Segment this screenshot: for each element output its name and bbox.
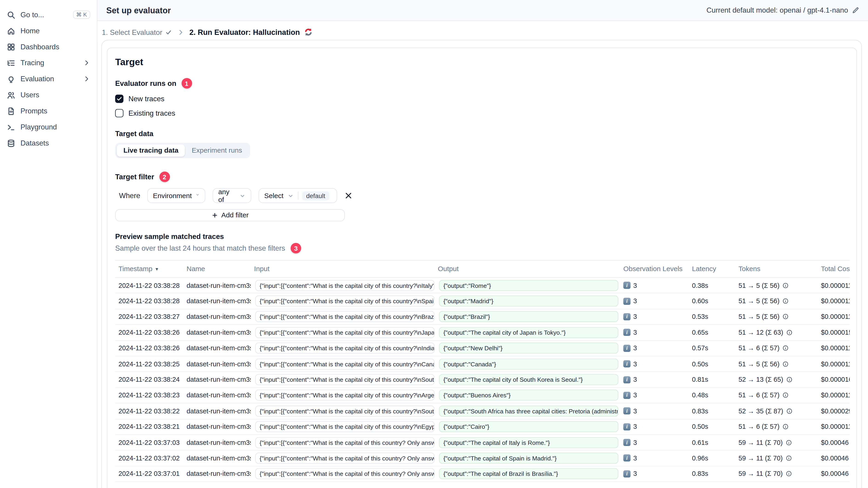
input-preview-cell[interactable]: {"input":[{"content":"What is the capita… — [255, 374, 434, 385]
checkbox-new-traces[interactable]: New traces — [115, 95, 848, 103]
info-circle-icon[interactable] — [786, 329, 793, 336]
info-circle-icon[interactable] — [782, 282, 789, 289]
column-total-cost[interactable]: Total Cost — [818, 265, 850, 273]
input-preview-cell[interactable]: {"input":[{"content":"What is the capita… — [255, 280, 434, 291]
sidebar-item-playground[interactable]: Playground — [0, 119, 97, 135]
row-latency: 0.61s — [689, 438, 735, 447]
input-preview-cell[interactable]: {"input":[{"content":"What is the capita… — [255, 358, 434, 369]
filter-value-select[interactable]: Select default — [259, 188, 337, 203]
remove-filter-button[interactable] — [344, 191, 353, 200]
output-preview-cell[interactable]: {"output":"Brazil"} — [439, 311, 618, 322]
info-emoji-icon: i — [623, 392, 630, 399]
checkbox-checked-icon[interactable] — [115, 95, 123, 103]
tab-experiment-runs[interactable]: Experiment runs — [185, 144, 249, 157]
add-filter-button[interactable]: Add filter — [115, 209, 345, 221]
column-tokens[interactable]: Tokens — [735, 265, 817, 273]
info-circle-icon[interactable] — [785, 470, 792, 477]
row-latency: 0.83s — [689, 407, 735, 415]
table-header-row: Timestamp▼ Name Input Output Observation… — [115, 261, 849, 278]
column-name[interactable]: Name — [183, 265, 251, 273]
table-row[interactable]: 2024-11-22 03:38:23 dataset-run-item-cm3… — [115, 388, 849, 403]
checkbox-existing-traces[interactable]: Existing traces — [115, 109, 848, 117]
sidebar-item-dashboards[interactable]: Dashboards — [0, 39, 97, 55]
row-tokens: 51 → 5 (Σ 56) — [735, 313, 817, 321]
table-row[interactable]: 2024-11-22 03:38:27 dataset-run-item-cm3… — [115, 309, 849, 325]
info-circle-icon[interactable] — [785, 455, 792, 462]
input-preview-cell[interactable]: {"input":[{"content":"What is the capita… — [255, 437, 434, 448]
sidebar-item-users[interactable]: Users — [0, 87, 97, 103]
output-preview-cell[interactable]: {"output":"New Delhi"} — [439, 343, 618, 354]
sidebar-item-tracing[interactable]: Tracing — [0, 55, 97, 71]
input-preview-cell[interactable]: {"input":[{"content":"What is the capita… — [255, 405, 434, 417]
filter-column-select[interactable]: Environment — [148, 188, 206, 203]
output-preview-cell[interactable]: {"output":"South Africa has three capita… — [439, 405, 618, 417]
table-row[interactable]: 2024-11-22 03:38:28 dataset-run-item-cm3… — [115, 278, 849, 293]
step-select-evaluator[interactable]: 1. Select Evaluator — [102, 28, 172, 36]
input-preview-cell[interactable]: {"input":[{"content":"What is the capita… — [255, 343, 434, 354]
output-preview-cell[interactable]: {"output":"The capital of Italy is Rome.… — [439, 437, 618, 448]
sidebar-item-evaluation[interactable]: Evaluation — [0, 71, 97, 87]
input-preview-cell[interactable]: {"input":[{"content":"What is the capita… — [255, 468, 434, 479]
output-preview-cell[interactable]: {"output":"The capital of Spain is Madri… — [439, 453, 618, 464]
input-preview-cell[interactable]: {"input":[{"content":"What is the capita… — [255, 390, 434, 401]
column-output[interactable]: Output — [434, 265, 620, 273]
table-row[interactable]: 2024-11-22 03:38:21 dataset-run-item-cm3… — [115, 419, 849, 435]
row-observation-levels: i3 — [620, 344, 689, 352]
sidebar-item-prompts[interactable]: Prompts — [0, 103, 97, 119]
info-circle-icon[interactable] — [786, 376, 793, 383]
row-name: dataset-run-item-cm3s4 — [183, 470, 251, 478]
output-preview-cell[interactable]: {"output":"The capital city of Japan is … — [439, 327, 618, 338]
table-row[interactable]: 2024-11-22 03:37:02 dataset-run-item-cm3… — [115, 451, 849, 466]
table-row[interactable]: 2024-11-22 03:38:28 dataset-run-item-cm3… — [115, 294, 849, 309]
info-circle-icon[interactable] — [782, 298, 789, 304]
column-observation-levels[interactable]: Observation Levels — [620, 265, 689, 273]
info-circle-icon[interactable] — [785, 439, 792, 446]
table-row[interactable]: 2024-11-22 03:38:22 dataset-run-item-cm3… — [115, 403, 849, 419]
sidebar-item-home[interactable]: Home — [0, 23, 97, 39]
row-input: {"input":[{"content":"What is the capita… — [251, 468, 434, 479]
output-preview-cell[interactable]: {"output":"The capital city of South Kor… — [439, 374, 618, 385]
checkbox-empty-icon[interactable] — [115, 109, 123, 117]
table-row[interactable]: 2024-11-22 03:38:25 dataset-run-item-cm3… — [115, 356, 849, 372]
info-circle-icon[interactable] — [782, 423, 789, 430]
output-preview-cell[interactable]: {"output":"Buenos Aires"} — [439, 390, 618, 401]
info-circle-icon[interactable] — [782, 314, 789, 320]
table-row[interactable]: 2024-11-22 03:38:26 dataset-run-item-cm3… — [115, 325, 849, 340]
filter-operator-select[interactable]: any of — [213, 188, 251, 203]
table-row[interactable]: 2024-11-22 03:38:24 dataset-run-item-cm3… — [115, 372, 849, 388]
info-circle-icon[interactable] — [782, 361, 789, 367]
column-latency[interactable]: Latency — [689, 265, 735, 273]
table-row[interactable]: 2024-11-22 03:37:01 dataset-run-item-cm3… — [115, 466, 849, 482]
info-circle-icon[interactable] — [782, 345, 789, 351]
row-tokens: 51 → 6 (Σ 57) — [735, 423, 817, 431]
row-input: {"input":[{"content":"What is the capita… — [251, 296, 434, 307]
table-row[interactable]: 2024-11-22 03:37:03 dataset-run-item-cm3… — [115, 435, 849, 451]
row-tokens: 51 → 12 (Σ 63) — [735, 329, 817, 336]
row-output: {"output":"South Africa has three capita… — [434, 405, 620, 417]
input-preview-cell[interactable]: {"input":[{"content":"What is the capita… — [255, 453, 434, 464]
tracing-icon — [7, 58, 16, 67]
input-preview-cell[interactable]: {"input":[{"content":"What is the capita… — [255, 311, 434, 322]
table-row[interactable]: 2024-11-22 03:38:26 dataset-run-item-cm3… — [115, 340, 849, 356]
input-preview-cell[interactable]: {"input":[{"content":"What is the capita… — [255, 421, 434, 432]
output-preview-cell[interactable]: {"output":"Rome"} — [439, 280, 618, 291]
output-preview-cell[interactable]: {"output":"Madrid"} — [439, 296, 618, 307]
column-input[interactable]: Input — [251, 265, 434, 273]
input-preview-cell[interactable]: {"input":[{"content":"What is the capita… — [255, 296, 434, 307]
goto-search[interactable]: Go to... ⌘ K — [0, 7, 97, 23]
tab-live-tracing-data[interactable]: Live tracing data — [117, 144, 185, 157]
input-preview-cell[interactable]: {"input":[{"content":"What is the capita… — [255, 327, 434, 338]
pencil-icon[interactable] — [852, 7, 859, 14]
output-preview-cell[interactable]: {"output":"Canada"} — [439, 358, 618, 369]
row-total-cost: $0.000011 ( — [818, 391, 850, 399]
info-circle-icon[interactable] — [786, 408, 793, 414]
info-circle-icon[interactable] — [782, 392, 789, 399]
info-emoji-icon: i — [623, 297, 630, 304]
row-total-cost: $0.000011 ( — [818, 297, 850, 305]
output-preview-cell[interactable]: {"output":"Cairo"} — [439, 421, 618, 432]
row-timestamp: 2024-11-22 03:38:24 — [115, 376, 183, 384]
sidebar-item-datasets[interactable]: Datasets — [0, 135, 97, 151]
column-timestamp[interactable]: Timestamp▼ — [115, 265, 183, 273]
output-preview-cell[interactable]: {"output":"The capital of Brazil is Bras… — [439, 468, 618, 479]
keyboard-shortcut-badge: ⌘ K — [73, 10, 90, 19]
